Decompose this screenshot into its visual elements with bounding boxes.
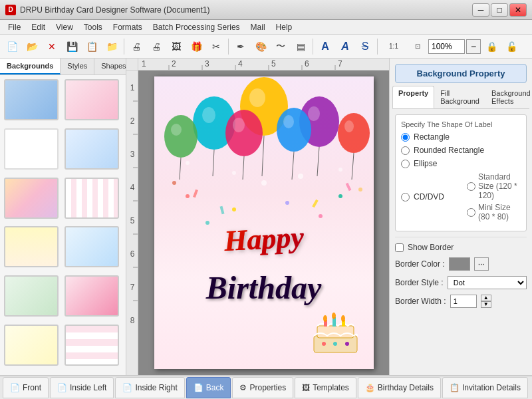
svg-point-71 bbox=[323, 315, 327, 322]
strike-button[interactable]: S bbox=[356, 37, 374, 56]
bg-thumb-3[interactable] bbox=[4, 128, 59, 170]
tab-properties[interactable]: ⚙ Properties bbox=[232, 377, 293, 398]
open-button[interactable]: 📂 bbox=[23, 37, 41, 56]
menu-formats[interactable]: Formats bbox=[108, 21, 148, 33]
cd-standard-radio[interactable] bbox=[467, 182, 475, 191]
cd-mini-radio[interactable] bbox=[467, 208, 475, 217]
fit-button[interactable]: ⊡ bbox=[408, 37, 427, 56]
rounded-rectangle-radio[interactable] bbox=[401, 146, 410, 155]
cddvd-label: CD/DVD bbox=[414, 192, 444, 201]
lock-button[interactable]: 🔒 bbox=[482, 37, 501, 56]
border-color-picker-button[interactable]: ··· bbox=[474, 257, 489, 271]
zoom-ratio-button[interactable]: 1:1 bbox=[380, 37, 407, 56]
minimize-button[interactable]: ─ bbox=[472, 3, 489, 17]
bg-thumb-9[interactable] bbox=[4, 275, 59, 317]
bg-thumb-6[interactable] bbox=[65, 178, 119, 219]
text2-button[interactable]: A bbox=[336, 37, 354, 56]
menu-batch[interactable]: Batch Processing Series bbox=[148, 21, 245, 33]
clipart-button[interactable]: ✂ bbox=[207, 37, 225, 56]
border-width-label: Border Width : bbox=[395, 297, 446, 306]
title-bar: D DRPU Birthday Card Designer Software (… bbox=[0, 0, 532, 20]
menu-help[interactable]: Help bbox=[271, 21, 298, 33]
svg-rect-36 bbox=[193, 190, 198, 198]
svg-point-59 bbox=[283, 115, 294, 128]
bg-thumb-1[interactable] bbox=[4, 79, 59, 120]
menu-view[interactable]: View bbox=[51, 21, 78, 33]
bg-thumb-12[interactable] bbox=[65, 325, 119, 366]
property-tabs: Property Fill Background Background Effe… bbox=[392, 86, 529, 109]
svg-text:6: 6 bbox=[130, 249, 135, 259]
pen-button[interactable]: ✒ bbox=[231, 37, 250, 56]
save-button[interactable]: 💾 bbox=[63, 37, 81, 56]
zoom-out-button[interactable]: − bbox=[466, 39, 481, 54]
canvas-viewport: Happy Happy Birthday bbox=[138, 70, 389, 375]
left-panel: Backgrounds Styles Shapes bbox=[0, 59, 126, 375]
svg-text:4: 4 bbox=[130, 183, 135, 192]
border-width-up[interactable]: ▲ bbox=[481, 295, 491, 301]
tab-back[interactable]: 📄 Back bbox=[186, 377, 231, 398]
bg-thumb-7[interactable] bbox=[4, 226, 59, 267]
svg-text:8: 8 bbox=[130, 316, 135, 325]
bg-thumb-11[interactable] bbox=[4, 325, 59, 366]
shape-section-title: Specify The Shape Of Label bbox=[401, 120, 521, 128]
bg-thumb-5[interactable] bbox=[4, 178, 59, 219]
tab-background-effects[interactable]: Background Effects bbox=[485, 86, 532, 108]
tab-inside-right[interactable]: 📄 Inside Right bbox=[115, 377, 184, 398]
border-style-select[interactable]: None Dot Dash Solid bbox=[448, 276, 527, 289]
tab-styles[interactable]: Styles bbox=[61, 59, 94, 74]
tab-front[interactable]: 📄 Front bbox=[3, 377, 49, 398]
bg-thumb-8[interactable] bbox=[65, 226, 119, 267]
svg-text:5: 5 bbox=[130, 216, 135, 225]
tab-birthday-details[interactable]: 🎂 Birthday Details bbox=[358, 377, 441, 398]
tab-inside-left[interactable]: 📄 Inside Left bbox=[50, 377, 114, 398]
bg-thumb-2[interactable] bbox=[65, 79, 119, 120]
svg-point-64 bbox=[232, 171, 236, 175]
show-border-checkbox[interactable] bbox=[395, 243, 404, 252]
border-color-box[interactable] bbox=[449, 257, 470, 271]
bg-thumb-10[interactable] bbox=[65, 275, 119, 317]
show-border-label: Show Border bbox=[408, 243, 454, 252]
new-button[interactable]: 📄 bbox=[3, 37, 21, 56]
card-canvas[interactable]: Happy Happy Birthday bbox=[154, 76, 374, 369]
back-icon: 📄 bbox=[194, 383, 203, 392]
menu-file[interactable]: File bbox=[3, 21, 26, 33]
save-as-button[interactable]: 📋 bbox=[82, 37, 101, 56]
tab-fill-background[interactable]: Fill Background bbox=[434, 86, 485, 108]
barcode-button[interactable]: ▤ bbox=[291, 37, 310, 56]
birthday-details-label: Birthday Details bbox=[378, 383, 434, 392]
svg-text:4: 4 bbox=[238, 59, 243, 68]
tab-templates[interactable]: 🖼 Templates bbox=[295, 377, 356, 398]
rectangle-radio[interactable] bbox=[401, 133, 410, 142]
maximize-button[interactable]: □ bbox=[491, 3, 508, 17]
svg-point-41 bbox=[202, 107, 215, 123]
gift-button[interactable]: 🎁 bbox=[187, 37, 205, 56]
print2-button[interactable]: 🖨 bbox=[147, 37, 166, 56]
menu-tools[interactable]: Tools bbox=[78, 21, 108, 33]
svg-rect-39 bbox=[345, 183, 351, 192]
svg-line-57 bbox=[243, 156, 244, 180]
tab-invitation-details[interactable]: 📋 Invitation Details bbox=[442, 377, 528, 398]
wave-button[interactable]: 〜 bbox=[271, 37, 290, 56]
delete-button[interactable]: ✕ bbox=[43, 37, 61, 56]
text-button[interactable]: A bbox=[316, 37, 334, 56]
close-button[interactable]: ✕ bbox=[509, 3, 527, 17]
menu-mail[interactable]: Mail bbox=[245, 21, 271, 33]
print-button[interactable]: 🖨 bbox=[127, 37, 146, 56]
img-button[interactable]: 🖼 bbox=[167, 37, 186, 56]
fill-button[interactable]: 🎨 bbox=[251, 37, 270, 56]
svg-rect-38 bbox=[312, 200, 318, 207]
border-width-down[interactable]: ▼ bbox=[481, 301, 491, 308]
tab-backgrounds[interactable]: Backgrounds bbox=[0, 59, 61, 74]
zoom-input[interactable] bbox=[428, 39, 465, 54]
cddvd-radio[interactable] bbox=[401, 193, 410, 201]
border-width-input[interactable] bbox=[450, 295, 477, 308]
folder-button[interactable]: 📁 bbox=[102, 37, 121, 56]
svg-point-32 bbox=[319, 214, 323, 218]
svg-line-45 bbox=[262, 136, 264, 176]
menu-edit[interactable]: Edit bbox=[26, 21, 51, 33]
show-border-row: Show Border bbox=[395, 243, 527, 252]
unlock-button[interactable]: 🔓 bbox=[502, 37, 521, 56]
ellipse-radio[interactable] bbox=[401, 160, 410, 168]
bg-thumb-4[interactable] bbox=[65, 128, 119, 170]
tab-property[interactable]: Property bbox=[392, 86, 434, 108]
